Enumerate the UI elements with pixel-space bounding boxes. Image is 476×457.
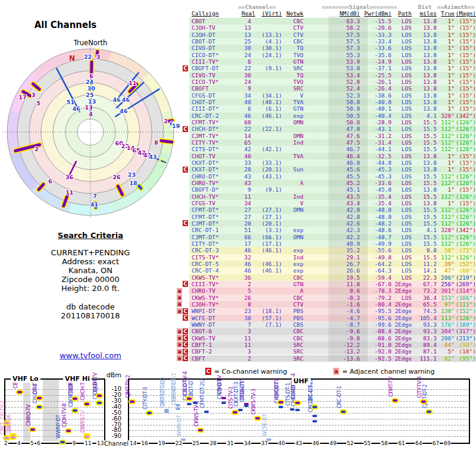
cell-nm: 42.2 xyxy=(305,234,360,240)
cell-real: 43 xyxy=(242,173,251,180)
cell-mag: (166°) xyxy=(455,295,476,301)
cell-cs: CRC-DT-5 xyxy=(192,261,242,267)
co-channel-legend-label: = Co-channel warning xyxy=(214,368,287,375)
channel-tick: 55 xyxy=(364,440,371,446)
cell-mi: 4.1 xyxy=(413,112,437,119)
cell-mag: (95°) xyxy=(455,355,476,362)
bar-label: CBOT-DT xyxy=(188,378,194,399)
signal-bar xyxy=(341,411,346,413)
cell-mag: (152°) xyxy=(455,308,476,314)
cell-mag: (213°) xyxy=(455,335,476,342)
cell-nm: 47.6 xyxy=(305,133,360,139)
co-channel-marker: C xyxy=(183,65,188,71)
channel-tick: 61 xyxy=(397,440,405,446)
cell-nm: 47.8 xyxy=(305,126,360,132)
cell-net: TVA xyxy=(283,99,303,105)
radar-plot: 4131325302462234646461126198602214654243… xyxy=(0,33,186,219)
table-row: CCHCH-DT*22(22.1)47.8-43.1LOS15.5112°(12… xyxy=(176,126,476,132)
tvfool-link[interactable]: www.tvfool.com xyxy=(60,351,121,360)
cell-mi: 13.8 xyxy=(413,45,437,51)
cell-pwr: -48.0 xyxy=(361,206,392,213)
gridline xyxy=(5,389,103,390)
cell-virt: (34.1) xyxy=(252,92,282,99)
table-row: CIVO-DT30(30.1)TQ57.3-33.6LOS13.81°(15°) xyxy=(176,45,476,51)
cell-real: 40 xyxy=(242,153,251,159)
search-mode: CURRENT+PENDING xyxy=(13,248,168,257)
cell-tru: 1° xyxy=(436,79,455,85)
cell-net: exp xyxy=(283,261,303,267)
cell-real: 2 xyxy=(242,281,251,287)
cell-real: 32 xyxy=(242,254,251,261)
signal-bar xyxy=(60,441,65,443)
cell-mi: 15.5 xyxy=(413,126,437,132)
cell-path: LOS xyxy=(393,85,412,92)
cell-virt: (3.1) xyxy=(252,227,282,233)
cell-pwr: -40.1 xyxy=(361,105,392,112)
cell-nm: 46.4 xyxy=(305,153,360,159)
cell-cs: CKWS-TV* xyxy=(192,274,242,281)
cell-cs: CBOFT xyxy=(192,85,242,92)
cell-mi: 93.3 xyxy=(413,328,437,334)
cell-pwr: -31.4 xyxy=(361,139,392,146)
cell-mi: 11.2 xyxy=(413,261,437,267)
svg-text:46: 46 xyxy=(122,96,130,103)
cell-nm: 45.5 xyxy=(305,173,360,180)
cell-net: TVA xyxy=(283,153,303,159)
cell-pwr: -38.6 xyxy=(361,92,392,99)
cell-cs: CKWS-TV* xyxy=(192,295,242,301)
cell-real: 30 xyxy=(242,72,251,79)
adjacent-channel-marker: a xyxy=(177,335,182,341)
cell-pwr: -37.1 xyxy=(361,65,392,71)
cell-mag: (189°) xyxy=(455,321,476,328)
cell-path: 2Edge xyxy=(393,315,412,321)
cell-mag: (15°) xyxy=(455,85,476,92)
cell-tru: 112° xyxy=(436,254,455,261)
cell-mi: 13.8 xyxy=(413,32,437,38)
co-channel-marker: C xyxy=(183,328,188,334)
cell-cs: CHRO-TV xyxy=(192,287,242,294)
signal-bar xyxy=(238,409,243,411)
cell-mi: 15.5 xyxy=(413,206,437,213)
cell-cs: CHRO-TV* xyxy=(192,180,242,186)
cell-mag: (15°) xyxy=(455,38,476,45)
cell-net: CBC xyxy=(283,295,303,301)
cell-tru: 112° xyxy=(436,206,455,213)
signal-bar xyxy=(4,437,9,439)
cell-virt: (46.1) xyxy=(252,247,282,253)
search-city: Kanata, ON xyxy=(13,266,168,275)
cell-mi: 13.8 xyxy=(413,38,437,45)
cell-path: 2Edge xyxy=(393,321,412,328)
cell-mi: 83.3 xyxy=(413,335,437,342)
cell-mi: 14.1 xyxy=(413,267,437,274)
svg-text:24: 24 xyxy=(86,79,94,85)
cell-nm: 58.2 xyxy=(305,24,360,31)
cell-pwr: -24.9 xyxy=(361,58,392,65)
cell-nm: -8.7 xyxy=(305,321,360,328)
cell-mi: 13.8 xyxy=(413,24,437,31)
cell-mag: (15°) xyxy=(455,58,476,65)
cell-tru: 138° xyxy=(436,308,455,314)
adjacent-channel-legend-icon: a xyxy=(333,368,339,375)
cell-tru: 112° xyxy=(436,234,455,240)
cell-mi: 13.8 xyxy=(413,159,437,166)
channel-tick: 25 xyxy=(192,440,200,446)
column-header-callsign: Callsign xyxy=(192,10,242,17)
table-row: aCWNPI-DT23(18.1)PBS-4.6-95.52Edge74.513… xyxy=(176,308,476,314)
cell-pwr: -49.8 xyxy=(361,254,392,261)
cell-virt: (9.1) xyxy=(252,186,282,193)
cell-net: TQ xyxy=(283,72,303,79)
svg-text:4: 4 xyxy=(89,111,93,117)
cell-nm: 53.4 xyxy=(305,72,360,79)
cell-cs: CIII-DT* xyxy=(192,105,242,112)
cell-net: SRC xyxy=(283,355,303,362)
cell-net: CTV xyxy=(283,24,303,31)
signal-bar xyxy=(255,417,260,420)
channel-tick: 58 xyxy=(380,440,388,446)
cell-path: LOS xyxy=(393,146,412,152)
cell-tru: 1° xyxy=(436,18,455,24)
cell-tru: 112° xyxy=(436,220,455,227)
cell-mi: 13.8 xyxy=(413,186,437,193)
signal-bar xyxy=(187,403,192,405)
cell-tru: 113° xyxy=(436,315,455,321)
cell-mi: 13.8 xyxy=(413,65,437,71)
